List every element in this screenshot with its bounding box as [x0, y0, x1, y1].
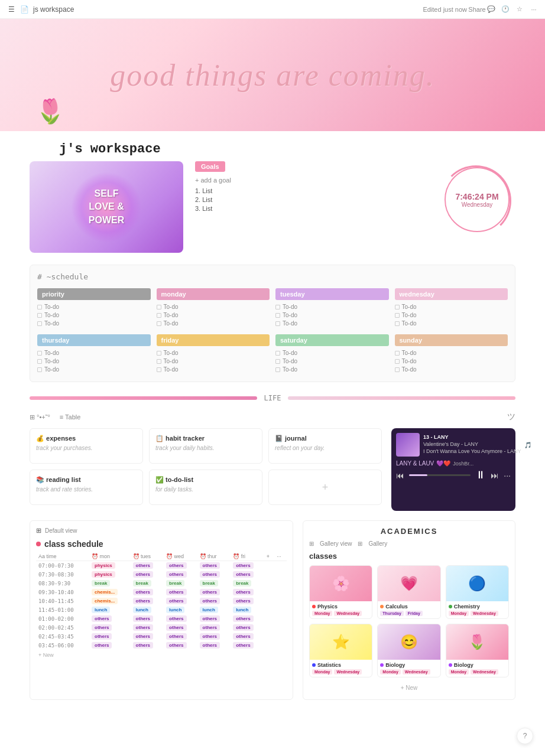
cell-thur[interactable]: others: [197, 632, 231, 641]
play-button[interactable]: ⏸: [475, 469, 486, 481]
cell-wed[interactable]: others: [164, 623, 197, 632]
widget-title: 📓 journal: [275, 435, 375, 442]
cell-tues[interactable]: others: [131, 623, 164, 632]
cell-mon[interactable]: others: [89, 632, 131, 641]
gallery-label[interactable]: Gallery: [368, 540, 387, 547]
cell-wed[interactable]: others: [164, 561, 197, 571]
cell-tues[interactable]: others: [131, 588, 164, 597]
todo-widget[interactable]: ✅ to-do-list for daily tasks.: [149, 470, 262, 505]
cell-thur[interactable]: others: [197, 570, 231, 579]
goals-header: Goals: [195, 161, 225, 172]
cell-thur[interactable]: lunch: [197, 605, 231, 614]
cell-wed[interactable]: others: [164, 570, 197, 579]
cell-mon[interactable]: chemis...: [89, 597, 131, 605]
cell-mon[interactable]: others: [89, 623, 131, 632]
col-more[interactable]: ···: [274, 552, 287, 561]
cell-mon[interactable]: chemis...: [89, 588, 131, 597]
todo-item: To-do: [395, 312, 508, 318]
cell-thur[interactable]: others: [197, 597, 231, 605]
class-card[interactable]: 🌷BiologyMondayWednesday: [446, 624, 509, 677]
cell-wed[interactable]: others: [164, 588, 197, 597]
cell-fri[interactable]: others: [231, 561, 264, 571]
more-button[interactable]: ···: [504, 471, 511, 480]
new-widget-button[interactable]: +: [268, 470, 382, 505]
class-card[interactable]: 🌸PhysicsMondayWednesday: [309, 565, 372, 619]
cell-tues[interactable]: break: [131, 579, 164, 588]
clock-icon[interactable]: 🕐: [501, 5, 510, 14]
class-card[interactable]: 😊BiologyMondayWednesday: [377, 624, 440, 677]
cell-mon[interactable]: lunch: [89, 605, 131, 614]
cell-thur[interactable]: others: [197, 641, 231, 650]
cell-tues[interactable]: others: [131, 597, 164, 605]
journal-widget[interactable]: 📓 journal reflect on your day.: [268, 428, 382, 464]
cell-fri[interactable]: break: [231, 579, 264, 588]
tab-grid[interactable]: ⊞ °•+˜°: [30, 413, 50, 421]
cell-fri[interactable]: others: [231, 588, 264, 597]
gallery-view-label[interactable]: Gallery view: [320, 540, 352, 547]
help-button[interactable]: ?: [517, 728, 533, 744]
add-class-button[interactable]: + New: [309, 682, 509, 693]
menu-icon[interactable]: ☰: [7, 5, 15, 14]
spotify-icon: 🎵: [524, 442, 531, 448]
cell-wed[interactable]: others: [164, 641, 197, 650]
song-item-1[interactable]: 13 - LANY: [423, 434, 521, 440]
add-new-row[interactable]: + New: [36, 650, 287, 660]
next-button[interactable]: ⏭: [491, 471, 499, 480]
cell-thur[interactable]: others: [197, 588, 231, 597]
cell-tues[interactable]: others: [131, 570, 164, 579]
cell-fri[interactable]: lunch: [231, 605, 264, 614]
prev-button[interactable]: ⏮: [396, 471, 404, 480]
cell-fri[interactable]: others: [231, 623, 264, 632]
cell-fri[interactable]: others: [231, 641, 264, 650]
cell-tues[interactable]: others: [131, 632, 164, 641]
music-progress-bar[interactable]: [409, 474, 471, 476]
cell-tues[interactable]: others: [131, 561, 164, 571]
class-card[interactable]: ⭐StatisticsMondayWednesday: [309, 624, 372, 677]
comment-icon[interactable]: 💬: [487, 5, 495, 14]
cell-mon[interactable]: physics: [89, 561, 131, 571]
cell-wed[interactable]: others: [164, 614, 197, 623]
cell-fri[interactable]: others: [231, 597, 264, 605]
cell-tues[interactable]: others: [131, 614, 164, 623]
cell-tues[interactable]: lunch: [131, 605, 164, 614]
song-item-2[interactable]: Valentine's Day - LANY: [423, 441, 521, 447]
cell-tues[interactable]: others: [131, 641, 164, 650]
habit-tracker-widget[interactable]: 📋 habit tracker track your daily habits.: [149, 428, 262, 464]
cell-mon[interactable]: others: [89, 641, 131, 650]
cell-mon[interactable]: physics: [89, 570, 131, 579]
class-card[interactable]: 🔵ChemistryMondayWednesday: [446, 565, 509, 619]
life-bar: LIFE: [30, 392, 515, 405]
todo-item: To-do: [395, 304, 508, 310]
cell-fri[interactable]: others: [231, 614, 264, 623]
cell-fri[interactable]: others: [231, 632, 264, 641]
add-goal-button[interactable]: + add a goal: [195, 177, 427, 184]
tuesday-column: tuesday To-do To-do To-do: [275, 288, 389, 328]
cell-mon[interactable]: break: [89, 579, 131, 588]
cell-thur[interactable]: others: [197, 614, 231, 623]
song-item-3[interactable]: I Don't Wanna Love You Anymore - LANY: [423, 448, 521, 454]
cell-thur[interactable]: others: [197, 623, 231, 632]
share-button[interactable]: Share: [473, 5, 481, 14]
more-icon[interactable]: ···: [530, 5, 538, 14]
class-card[interactable]: 💗CalculusThursdayFriday: [377, 565, 440, 619]
col-add[interactable]: +: [264, 552, 275, 561]
grid-view-icon: ⊞: [36, 527, 41, 535]
class-card-image: 🌸: [310, 566, 372, 601]
star-icon[interactable]: ☆: [515, 5, 524, 14]
expenses-widget[interactable]: 💰 expenses track your purchases.: [30, 428, 143, 464]
table-row: 10:40-11:45chemis...othersothersothersot…: [36, 597, 287, 605]
cell-wed[interactable]: others: [164, 597, 197, 605]
widget-subtitle: track your daily habits.: [155, 445, 256, 451]
cell-thur[interactable]: break: [197, 579, 231, 588]
cell-fri[interactable]: others: [231, 570, 264, 579]
cell-wed[interactable]: lunch: [164, 605, 197, 614]
cell-thur[interactable]: others: [197, 561, 231, 571]
cell-wed[interactable]: break: [164, 579, 197, 588]
tab-table[interactable]: ≡ Table: [60, 413, 81, 421]
reading-list-widget[interactable]: 📚 reading list track and rate stories.: [30, 470, 143, 505]
cell-mon[interactable]: others: [89, 614, 131, 623]
todo-item: To-do: [275, 304, 389, 310]
cell-time: 01:00-02:00: [36, 614, 89, 623]
cell-wed[interactable]: others: [164, 632, 197, 641]
default-view-label[interactable]: Default view: [45, 527, 77, 534]
